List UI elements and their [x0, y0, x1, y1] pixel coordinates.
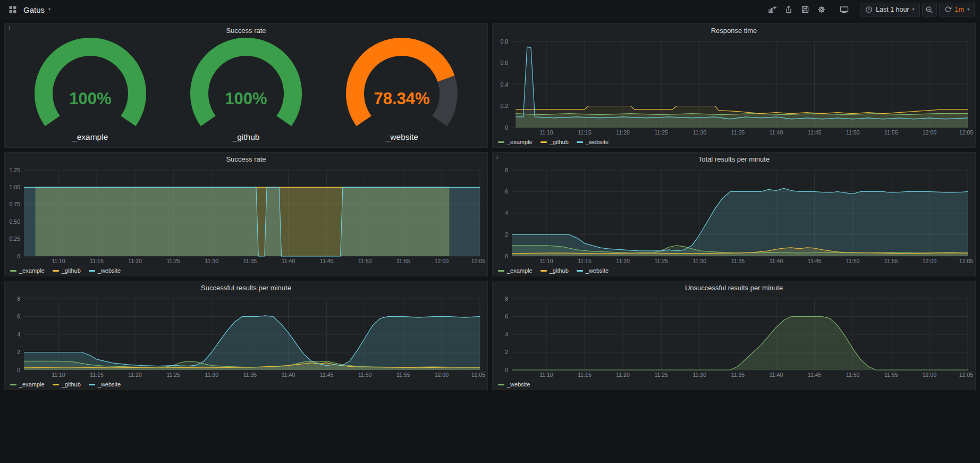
save-button[interactable]: [798, 3, 812, 16]
chart-legend: _example_github_website: [493, 265, 975, 276]
legend-item[interactable]: _website: [498, 381, 530, 388]
legend-item[interactable]: _example: [498, 139, 533, 145]
svg-text:11:45: 11:45: [808, 129, 822, 136]
svg-text:11:15: 11:15: [90, 372, 104, 378]
panel-response-time: Response time 00.20.40.60.811:1011:1511:…: [492, 23, 976, 148]
dashboard-title[interactable]: Gatus: [23, 5, 45, 14]
svg-text:12:05: 12:05: [959, 372, 973, 378]
svg-text:0: 0: [505, 367, 508, 373]
panel-info-icon[interactable]: i: [8, 25, 10, 32]
svg-text:2: 2: [505, 349, 508, 355]
svg-text:12:00: 12:00: [435, 258, 449, 264]
legend-swatch-icon: [540, 270, 547, 272]
legend-series-name: _website: [98, 381, 121, 388]
legend-series-name: _website: [586, 267, 609, 274]
legend-item[interactable]: _github: [53, 267, 81, 274]
refresh-icon: [944, 6, 952, 13]
svg-text:2: 2: [505, 231, 508, 238]
svg-text:11:35: 11:35: [243, 258, 257, 264]
chevron-down-icon: ▾: [913, 7, 915, 12]
legend-item[interactable]: _website: [89, 381, 121, 388]
share-button[interactable]: [781, 3, 796, 16]
legend-series-name: _website: [507, 381, 530, 388]
svg-text:2: 2: [17, 349, 20, 355]
svg-text:6: 6: [505, 313, 508, 319]
chevron-down-icon: ▾: [967, 7, 969, 12]
svg-text:11:10: 11:10: [539, 129, 553, 136]
dashboard-grid: i Success rate 100%_example100%_github78…: [0, 19, 980, 394]
settings-button[interactable]: [814, 3, 829, 16]
panel-title[interactable]: Total results per minute: [493, 153, 975, 166]
svg-text:4: 4: [505, 210, 508, 216]
refresh-button[interactable]: 1m ▾: [939, 3, 975, 16]
svg-text:11:45: 11:45: [320, 372, 334, 378]
gauge-arc: 100%: [24, 37, 157, 132]
svg-text:11:20: 11:20: [616, 129, 630, 136]
svg-text:6: 6: [505, 188, 508, 195]
svg-text:11:50: 11:50: [846, 129, 860, 136]
svg-text:1.00: 1.00: [10, 184, 21, 190]
nav-right: Last 1 hour ▾ 1m ▾: [765, 3, 975, 16]
time-range-picker[interactable]: Last 1 hour ▾: [860, 3, 920, 16]
svg-text:12:00: 12:00: [435, 372, 449, 378]
svg-text:11:15: 11:15: [578, 258, 592, 264]
svg-text:11:55: 11:55: [884, 258, 898, 264]
svg-text:0.4: 0.4: [500, 81, 508, 88]
panel-info-icon[interactable]: i: [496, 154, 498, 161]
gauge-_website: 78.34%_website: [335, 37, 468, 142]
panel-title[interactable]: Success rate: [5, 153, 487, 166]
svg-text:11:40: 11:40: [770, 372, 783, 378]
svg-text:12:00: 12:00: [923, 258, 936, 264]
svg-text:11:30: 11:30: [205, 372, 219, 378]
legend-item[interactable]: _github: [540, 267, 569, 274]
svg-text:11:45: 11:45: [320, 258, 334, 264]
legend-series-name: _github: [62, 381, 81, 388]
cycle-view-button[interactable]: [837, 3, 851, 16]
svg-text:11:40: 11:40: [770, 258, 783, 264]
svg-text:11:10: 11:10: [539, 372, 553, 378]
legend-swatch-icon: [577, 270, 583, 272]
time-range-label: Last 1 hour: [876, 6, 909, 13]
svg-text:8: 8: [505, 167, 508, 173]
gauge-value: 100%: [225, 89, 267, 108]
svg-text:11:25: 11:25: [654, 129, 668, 136]
dashboard-grid-icon[interactable]: [5, 3, 20, 16]
svg-text:11:40: 11:40: [282, 258, 295, 264]
svg-text:11:35: 11:35: [731, 129, 745, 136]
svg-text:11:20: 11:20: [128, 372, 142, 378]
chart-canvas: 0246811:1011:1511:2011:2511:3011:3511:40…: [493, 166, 975, 265]
legend-swatch-icon: [53, 384, 59, 385]
svg-text:11:20: 11:20: [128, 258, 142, 264]
svg-text:11:50: 11:50: [846, 372, 860, 378]
svg-text:11:30: 11:30: [693, 372, 707, 378]
svg-text:11:55: 11:55: [396, 258, 410, 264]
legend-swatch-icon: [540, 141, 547, 143]
legend-item[interactable]: _github: [53, 381, 81, 388]
svg-text:11:25: 11:25: [654, 372, 668, 378]
svg-text:11:55: 11:55: [884, 372, 898, 378]
svg-text:11:10: 11:10: [52, 258, 65, 264]
add-panel-button[interactable]: [765, 3, 779, 16]
svg-text:11:15: 11:15: [578, 129, 592, 136]
panel-title[interactable]: Success rate: [5, 24, 487, 37]
legend-item[interactable]: _example: [10, 381, 45, 388]
gauge-arc: 100%: [180, 37, 312, 132]
legend-item[interactable]: _example: [10, 267, 45, 274]
legend-item[interactable]: _website: [577, 139, 609, 145]
legend-series-name: _website: [98, 267, 121, 274]
chart-canvas: 0246811:1011:1511:2011:2511:3011:3511:40…: [493, 294, 975, 379]
panel-title[interactable]: Response time: [493, 24, 975, 37]
legend-item[interactable]: _website: [577, 267, 609, 274]
legend-item[interactable]: _website: [89, 267, 121, 274]
chart-canvas: 0246811:1011:1511:2011:2511:3011:3511:40…: [5, 294, 487, 379]
panel-title[interactable]: Unsuccessful results per minute: [493, 281, 975, 294]
panel-title[interactable]: Successful results per minute: [5, 281, 487, 294]
legend-item[interactable]: _example: [498, 267, 533, 274]
zoom-out-button[interactable]: [922, 3, 937, 16]
svg-text:11:25: 11:25: [654, 258, 668, 264]
gauge-label: _website: [386, 132, 418, 142]
legend-item[interactable]: _github: [540, 139, 569, 145]
gauge-arc: 78.34%: [335, 37, 468, 132]
nav-left: Gatus ▾: [5, 3, 50, 16]
svg-text:4: 4: [505, 331, 508, 338]
